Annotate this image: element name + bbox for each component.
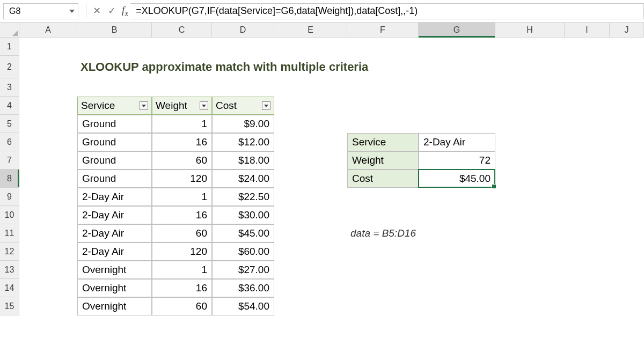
- cell[interactable]: [565, 170, 610, 188]
- cell[interactable]: [152, 38, 212, 56]
- cell-cost[interactable]: $24.00: [212, 170, 274, 188]
- cell[interactable]: [19, 170, 77, 188]
- cell-service[interactable]: Overnight: [77, 279, 152, 297]
- cell[interactable]: [212, 38, 274, 56]
- lookup-label-cost[interactable]: Cost: [347, 170, 419, 188]
- cell[interactable]: [274, 115, 347, 133]
- cell-service[interactable]: Ground: [77, 151, 152, 170]
- cell[interactable]: [274, 151, 347, 170]
- cell[interactable]: [419, 38, 495, 56]
- cell[interactable]: [274, 297, 644, 315]
- cell[interactable]: [347, 38, 419, 56]
- col-header-H[interactable]: H: [495, 23, 565, 37]
- cell[interactable]: [419, 115, 495, 133]
- table-header-weight[interactable]: Weight: [152, 97, 212, 115]
- cell[interactable]: [610, 38, 644, 56]
- cell-weight[interactable]: 60: [152, 151, 212, 170]
- lookup-label-weight[interactable]: Weight: [347, 151, 419, 170]
- row-header[interactable]: 9: [0, 188, 19, 206]
- cell[interactable]: [495, 38, 565, 56]
- cell-cost[interactable]: $22.50: [212, 188, 274, 206]
- row-header[interactable]: 1: [0, 38, 19, 56]
- cell[interactable]: [274, 279, 644, 297]
- cell[interactable]: [565, 115, 610, 133]
- row-header[interactable]: 8: [0, 170, 19, 188]
- fx-icon[interactable]: fx: [122, 4, 128, 18]
- cell[interactable]: [274, 224, 347, 243]
- cell[interactable]: [495, 170, 565, 188]
- cell[interactable]: [274, 243, 644, 261]
- cell[interactable]: [610, 133, 644, 151]
- cell[interactable]: [565, 151, 610, 170]
- cell[interactable]: [610, 115, 644, 133]
- row-header[interactable]: 11: [0, 224, 19, 243]
- col-header-F[interactable]: F: [347, 23, 419, 37]
- cell-weight[interactable]: 16: [152, 133, 212, 151]
- cell[interactable]: [19, 297, 77, 315]
- row-header[interactable]: 7: [0, 151, 19, 170]
- cell[interactable]: [19, 279, 77, 297]
- cell[interactable]: [495, 115, 565, 133]
- cell[interactable]: [565, 97, 610, 115]
- cell-cost[interactable]: $9.00: [212, 115, 274, 133]
- cell-weight[interactable]: 60: [152, 297, 212, 315]
- cell[interactable]: [274, 170, 347, 188]
- col-header-J[interactable]: J: [610, 23, 644, 37]
- cell-service[interactable]: Overnight: [77, 261, 152, 279]
- cell[interactable]: [565, 133, 610, 151]
- name-box[interactable]: G8: [3, 3, 78, 19]
- col-header-D[interactable]: D: [212, 23, 274, 37]
- cell[interactable]: [347, 115, 419, 133]
- cell-service[interactable]: Ground: [77, 133, 152, 151]
- cell[interactable]: [19, 56, 77, 78]
- cell[interactable]: [610, 206, 644, 224]
- row-header[interactable]: 6: [0, 133, 19, 151]
- cell[interactable]: [347, 97, 419, 115]
- cell[interactable]: [495, 133, 565, 151]
- cell-service[interactable]: Ground: [77, 115, 152, 133]
- cell[interactable]: [19, 261, 77, 279]
- cell[interactable]: [274, 261, 644, 279]
- cell-weight[interactable]: 60: [152, 224, 212, 243]
- filter-button[interactable]: [200, 101, 208, 110]
- cell[interactable]: [610, 170, 644, 188]
- row-header[interactable]: 3: [0, 78, 19, 97]
- col-header-C[interactable]: C: [152, 23, 212, 37]
- range-note[interactable]: data = B5:D16: [347, 224, 497, 243]
- cell[interactable]: [19, 243, 77, 261]
- filter-button[interactable]: [262, 101, 270, 110]
- cell[interactable]: [495, 206, 565, 224]
- grid[interactable]: 1 2 XLOOKUP approximate match with multi…: [0, 38, 644, 315]
- cell[interactable]: [497, 224, 644, 243]
- row-header[interactable]: 14: [0, 279, 19, 297]
- cell[interactable]: [19, 206, 77, 224]
- cell[interactable]: [274, 206, 347, 224]
- cell[interactable]: [491, 56, 644, 78]
- cell[interactable]: [419, 188, 495, 206]
- cell-cost[interactable]: $30.00: [212, 206, 274, 224]
- col-header-B[interactable]: B: [77, 23, 152, 37]
- cell-cost[interactable]: $27.00: [212, 261, 274, 279]
- enter-icon[interactable]: ✓: [107, 5, 116, 17]
- cell-cost[interactable]: $45.00: [212, 224, 274, 243]
- table-header-service[interactable]: Service: [77, 97, 152, 115]
- row-header[interactable]: 4: [0, 97, 19, 115]
- cell-cost[interactable]: $54.00: [212, 297, 274, 315]
- cell-cost[interactable]: $12.00: [212, 133, 274, 151]
- col-header-A[interactable]: A: [19, 23, 77, 37]
- cell[interactable]: [19, 188, 77, 206]
- cell[interactable]: [19, 115, 77, 133]
- row-header[interactable]: 10: [0, 206, 19, 224]
- lookup-value-weight[interactable]: 72: [419, 151, 495, 170]
- row-header[interactable]: 12: [0, 243, 19, 261]
- cell[interactable]: [610, 188, 644, 206]
- cell[interactable]: [19, 78, 644, 97]
- cell[interactable]: [19, 151, 77, 170]
- cell[interactable]: [347, 188, 419, 206]
- cell[interactable]: [347, 206, 419, 224]
- page-title[interactable]: XLOOKUP approximate match with multiple …: [77, 56, 491, 78]
- cell-service[interactable]: Ground: [77, 170, 152, 188]
- cell[interactable]: [565, 38, 610, 56]
- formula-input[interactable]: =XLOOKUP(G7,IF(data[Service]=G6,data[Wei…: [130, 3, 644, 19]
- cell[interactable]: [495, 188, 565, 206]
